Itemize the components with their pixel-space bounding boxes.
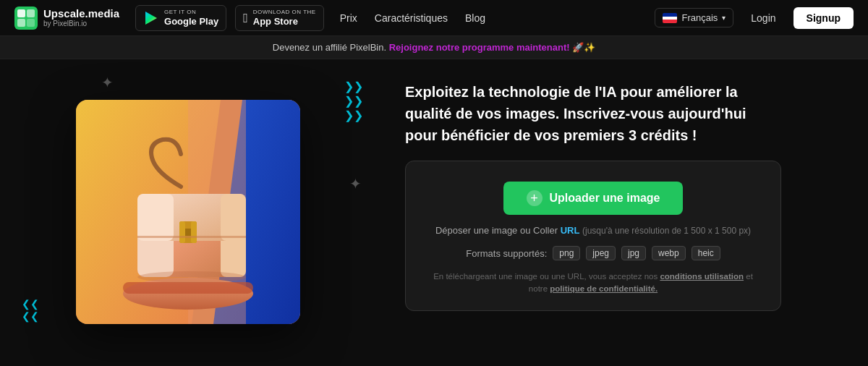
svg-rect-1: [17, 9, 25, 17]
chevron-sym-3: ❯❯: [344, 110, 363, 122]
google-play-badge[interactable]: GET IT ON Google Play: [135, 5, 226, 31]
svg-rect-22: [137, 236, 246, 238]
upload-button[interactable]: + Uploader une image: [503, 182, 684, 215]
affiliate-banner: Devenez un affilié PixelBin. Rejoignez n…: [0, 36, 868, 59]
svg-rect-3: [17, 19, 25, 27]
chevron-down-icon: ▾: [722, 14, 726, 22]
terms-text: En téléchargeant une image ou une URL, v…: [427, 271, 759, 296]
google-play-top: GET IT ON: [164, 9, 218, 16]
chevron-sym-2: ❯❯: [344, 95, 363, 107]
main-content: ✦ ✦ ❯❯ ❯❯ ❯❯ ❮❮ ❮❮: [0, 59, 868, 365]
language-selector[interactable]: Français ▾: [655, 8, 733, 27]
google-play-icon: [143, 10, 159, 26]
nav-caracteristiques[interactable]: Caractéristiques: [375, 12, 448, 24]
deco-star-mid: ✦: [349, 175, 362, 192]
svg-rect-2: [27, 9, 35, 17]
format-badge-png: png: [553, 246, 580, 260]
logo-text: Upscale.media by PixelBin.io: [43, 8, 119, 28]
main-nav: Prix Caractéristiques Blog: [340, 12, 647, 24]
deco-chevrons-right: ❯❯ ❯❯ ❯❯: [344, 81, 363, 122]
login-button[interactable]: Login: [742, 8, 784, 28]
drop-hint: Déposer une image ou Coller URL (jusqu'à…: [435, 225, 751, 236]
deco-star-top: ✦: [101, 74, 114, 91]
france-flag-icon: [663, 13, 677, 23]
upload-plus-icon: +: [527, 190, 542, 206]
dbl-chevron-1: ❮❮: [22, 299, 39, 309]
affiliate-emojis: 🚀✨: [572, 42, 595, 53]
logo-area: Upscale.media by PixelBin.io: [14, 7, 119, 30]
format-badge-jpg: jpg: [621, 246, 646, 260]
affiliate-link[interactable]: Rejoignez notre programme maintenant!: [389, 42, 570, 53]
app-store-badge[interactable]:  Download on the App Store: [235, 5, 324, 31]
right-section: Exploitez la technologie de l'IA pour am…: [376, 59, 868, 365]
drop-resolution-note: (jusqu'à une résolution de 1 500 x 1 500…: [582, 226, 751, 236]
svg-rect-21: [191, 221, 197, 243]
logo-main-text: Upscale.media: [43, 8, 119, 20]
signup-button[interactable]: Signup: [793, 7, 854, 29]
dbl-chevron-2: ❮❮: [22, 311, 39, 321]
svg-marker-5: [145, 12, 157, 25]
apple-icon: : [243, 12, 248, 25]
logo-sub-text: by PixelBin.io: [43, 20, 119, 27]
logo-icon: [14, 7, 38, 30]
drop-url-link[interactable]: URL: [561, 225, 580, 236]
terms-conditions-link[interactable]: conditions utilisation: [660, 272, 744, 281]
affiliate-prefix: Devenez un affilié PixelBin.: [273, 42, 386, 53]
terms-prefix: En téléchargeant une image ou une URL, v…: [433, 272, 658, 281]
upload-box: + Uploader une image Déposer une image o…: [405, 161, 781, 311]
upload-button-label: Uploader une image: [550, 192, 660, 205]
google-play-name: Google Play: [164, 16, 218, 27]
main-header: Upscale.media by PixelBin.io GET IT ON G…: [0, 0, 868, 36]
svg-rect-20: [179, 221, 185, 243]
formats-label: Formats supportés:: [466, 248, 547, 259]
product-image: [76, 100, 300, 324]
language-label: Français: [681, 12, 718, 23]
formats-row: Formats supportés: png jpeg jpg webp hei…: [466, 246, 720, 260]
svg-rect-17: [221, 194, 246, 241]
app-store-name: App Store: [253, 16, 316, 27]
nav-prix[interactable]: Prix: [340, 12, 357, 24]
format-badge-webp: webp: [652, 246, 686, 260]
drop-text-prefix: Déposer une image ou Coller: [435, 225, 558, 236]
hero-title: Exploitez la technologie de l'IA pour am…: [405, 81, 752, 146]
left-section: ✦ ✦ ❯❯ ❯❯ ❯❯ ❮❮ ❮❮: [0, 59, 376, 365]
terms-privacy-link[interactable]: politique de confidentialité.: [550, 284, 658, 293]
app-store-text: Download on the App Store: [253, 9, 316, 27]
svg-rect-4: [27, 19, 35, 27]
deco-chevrons-down: ❮❮ ❮❮: [22, 299, 39, 321]
svg-rect-11: [123, 282, 253, 294]
format-badge-heic: heic: [692, 246, 720, 260]
format-badge-jpeg: jpeg: [586, 246, 616, 260]
product-image-card: [76, 100, 300, 324]
chevron-sym-1: ❯❯: [344, 81, 363, 93]
svg-point-23: [137, 271, 246, 283]
google-play-text: GET IT ON Google Play: [164, 9, 218, 27]
svg-rect-16: [137, 194, 174, 241]
nav-blog[interactable]: Blog: [465, 12, 485, 24]
app-store-top: Download on the: [253, 9, 316, 16]
